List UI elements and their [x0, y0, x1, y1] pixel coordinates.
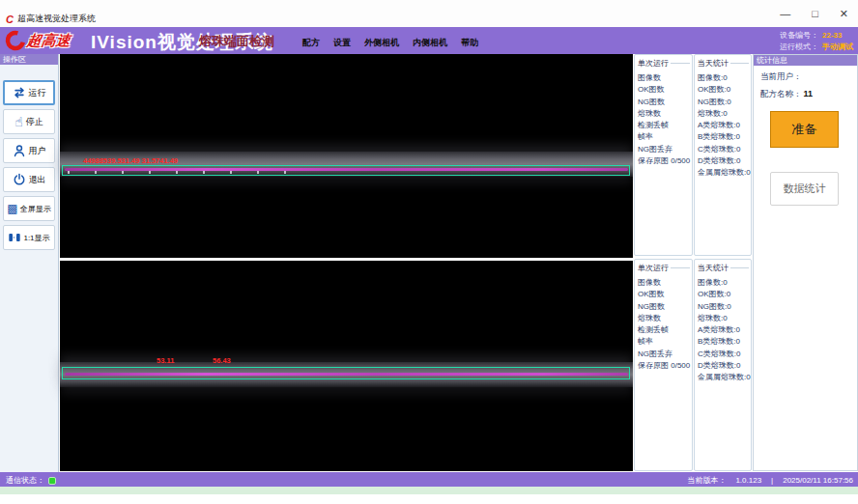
- menu-bar: 配方 设置 外侧相机 内侧相机 帮助: [302, 37, 478, 49]
- one-to-one-button[interactable]: 1:1显示: [3, 225, 55, 250]
- data-statistics-button[interactable]: 数据统计: [770, 172, 839, 206]
- statistics-info-panel: 统计信息 当前用户： 配方名称：11 准备 数据统计: [753, 54, 858, 471]
- stat-row: 熔珠数:0: [698, 108, 750, 120]
- stat-row: B类熔珠数:0: [698, 131, 750, 143]
- user-icon: [13, 144, 26, 157]
- one-to-one-button-label: 1:1显示: [23, 233, 49, 243]
- stat-row: 图像数:0: [698, 277, 750, 289]
- menu-settings[interactable]: 设置: [333, 37, 351, 49]
- stat-row: D类熔珠数:0: [698, 155, 750, 167]
- status-datetime: 2025/02/11 16:57:56: [783, 476, 853, 485]
- close-button[interactable]: ✕: [840, 8, 848, 19]
- measurement-annotation: 53.11: [157, 356, 174, 365]
- stat-row: C类熔珠数:0: [698, 349, 750, 360]
- stat-row: NG图数: [638, 97, 691, 108]
- stat-row: NG图丢弃: [638, 349, 691, 360]
- version-value: 1.0.123: [735, 476, 761, 485]
- menu-help[interactable]: 帮助: [461, 37, 478, 49]
- info-panel-title: 统计信息: [754, 55, 857, 66]
- maximize-button[interactable]: □: [812, 8, 818, 19]
- stop-button-label: 停止: [26, 116, 43, 128]
- minimize-button[interactable]: —: [780, 8, 790, 19]
- stat-row: C类熔珠数:0: [698, 144, 750, 155]
- user-button[interactable]: 用户: [3, 138, 55, 163]
- menu-outer-camera[interactable]: 外侧相机: [364, 37, 399, 49]
- brand-text: 超高速: [26, 32, 72, 50]
- comm-status-indicator: [48, 477, 56, 485]
- fullscreen-button[interactable]: ▩ 全屏显示: [3, 196, 55, 221]
- menu-inner-camera[interactable]: 内侧相机: [413, 37, 447, 49]
- app-logo-icon: C: [6, 14, 14, 24]
- operation-sidebar: 操作区 运行 ☝ 停止 用户: [0, 54, 59, 472]
- stat-row: 熔珠数:0: [698, 313, 750, 324]
- stop-hand-icon: ☝: [14, 116, 23, 127]
- camera-image-panel-1[interactable]: 44988539.531.49 31.5741.49: [60, 54, 633, 258]
- run-icon: [13, 86, 26, 99]
- group-title: 当天统计: [695, 55, 751, 69]
- stat-row: OK图数:0: [698, 289, 750, 300]
- measurement-annotation: 44988539.531.49 31.5741.49: [83, 156, 178, 165]
- stat-row: D类熔珠数:0: [698, 360, 750, 372]
- single-run-stats-group-2: 单次运行 图像数OK图数NG图数熔珠数检测丢帧帧率NG图丢弃保存原图 0/500: [634, 259, 693, 471]
- stat-row: 图像数:0: [698, 72, 750, 84]
- group-title: 当天统计: [695, 260, 751, 273]
- stat-row: A类熔珠数:0: [698, 324, 750, 336]
- stat-row: 保存原图 0/500: [638, 155, 691, 167]
- measurement-annotation: 56.43: [213, 356, 231, 365]
- device-info: 设备编号： 22-33 运行模式： 手动调试: [780, 30, 853, 53]
- one-to-one-icon: [8, 231, 21, 244]
- stat-row: 图像数: [638, 72, 691, 84]
- comm-status-label: 通信状态：: [6, 475, 44, 486]
- user-button-label: 用户: [29, 145, 46, 157]
- daily-stats-group-2: 当天统计 图像数:0OK图数:0NG图数:0熔珠数:0A类熔珠数:0B类熔珠数:…: [694, 259, 752, 471]
- stat-row: NG图丢弃: [638, 144, 691, 155]
- stat-row: 熔珠数: [638, 108, 691, 120]
- device-number-value: 22-33: [822, 30, 842, 42]
- stat-row: NG图数: [638, 301, 691, 313]
- menu-recipe[interactable]: 配方: [302, 37, 320, 49]
- status-bar: 通信状态： 当前版本： 1.0.123 | 2025/02/11 16:57:5…: [0, 472, 858, 487]
- stat-row: 保存原图 0/500: [638, 360, 691, 372]
- single-run-stats-group-1: 单次运行 图像数OK图数NG图数熔珠数检测丢帧帧率NG图丢弃保存原图 0/500: [634, 54, 693, 256]
- stat-row: OK图数: [638, 289, 691, 300]
- stat-row: 检测丢帧: [638, 120, 691, 131]
- run-mode-value: 手动调试: [822, 42, 853, 53]
- stat-row: 帧率: [638, 336, 691, 348]
- stat-row: OK图数:0: [698, 84, 750, 96]
- stat-row: NG图数:0: [698, 97, 750, 108]
- app-subtitle: 熔珠端面检测: [199, 33, 274, 50]
- stat-row: 金属屑熔珠数:0: [698, 372, 750, 383]
- recipe-name-value: 11: [804, 89, 814, 98]
- sidebar-title: 操作区: [0, 54, 58, 65]
- stat-row: 检测丢帧: [638, 324, 691, 336]
- laser-line: [65, 373, 628, 376]
- stat-row: 图像数: [638, 277, 691, 289]
- daily-stats-group-1: 当天统计 图像数:0OK图数:0NG图数:0熔珠数:0A类熔珠数:0B类熔珠数:…: [694, 54, 752, 256]
- run-button[interactable]: 运行: [3, 80, 55, 105]
- prepare-button[interactable]: 准备: [770, 111, 839, 148]
- stat-row: 金属屑熔珠数:0: [698, 167, 750, 179]
- app-window: C 超高速视觉处理系统 — □ ✕ 超高速 IVision视觉处理系统 熔珠端面…: [0, 0, 858, 504]
- camera-image-panel-2[interactable]: 53.11 56.43: [60, 261, 633, 471]
- group-title: 单次运行: [635, 260, 692, 273]
- window-title: 超高速视觉处理系统: [17, 13, 96, 25]
- recipe-name-label: 配方名称：: [760, 89, 802, 98]
- titlebar: C 超高速视觉处理系统 — □ ✕: [0, 0, 858, 27]
- version-label: 当前版本：: [687, 475, 726, 486]
- run-mode-label: 运行模式：: [780, 42, 818, 53]
- current-user-label: 当前用户：: [760, 71, 802, 81]
- run-button-label: 运行: [29, 87, 46, 99]
- stat-row: NG图数:0: [698, 301, 750, 313]
- brand-swirl-icon: [4, 29, 27, 56]
- exit-button[interactable]: 退出: [3, 167, 55, 192]
- detection-tick-marks: [68, 171, 295, 174]
- window-bottom-strip: [0, 487, 858, 494]
- stop-button[interactable]: ☝ 停止: [3, 109, 55, 134]
- fullscreen-button-label: 全屏显示: [20, 204, 51, 214]
- power-icon: [13, 173, 26, 186]
- stat-row: A类熔珠数:0: [698, 120, 750, 131]
- app-header: 超高速 IVision视觉处理系统 熔珠端面检测 配方 设置 外侧相机 内侧相机…: [0, 27, 858, 54]
- fullscreen-icon: ▩: [7, 203, 17, 214]
- status-separator: |: [771, 476, 773, 485]
- stat-row: 帧率: [638, 131, 691, 143]
